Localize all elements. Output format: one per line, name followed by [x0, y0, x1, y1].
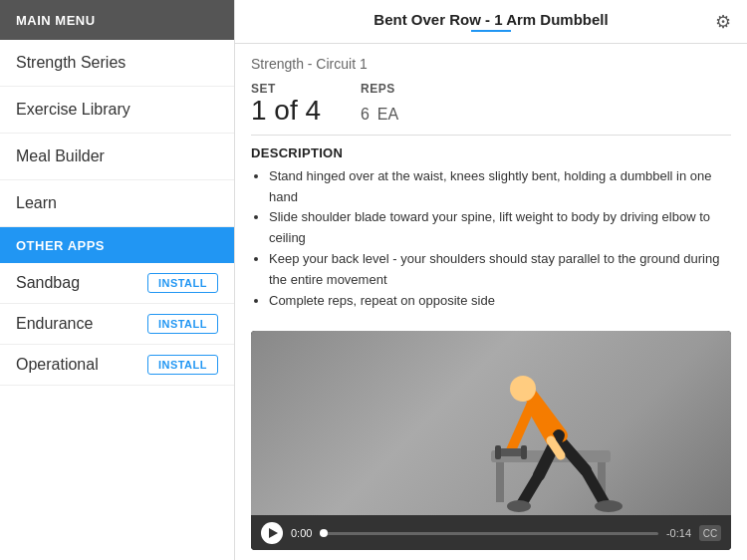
video-controls: 0:00 -0:14 CC [251, 515, 731, 550]
sidebar-item-meal-builder[interactable]: Meal Builder [0, 134, 234, 180]
main-menu-header: MAIN MENU [0, 0, 234, 40]
exercise-subtitle: Strength - Circuit 1 [251, 56, 731, 72]
install-sandbag-button[interactable]: INSTALL [147, 273, 218, 293]
sidebar-item-learn[interactable]: Learn [0, 180, 234, 227]
description-item: Stand hinged over at the waist, knees sl… [269, 166, 731, 208]
main-content: Bent Over Row - 1 Arm Dumbbell ⚙ Strengt… [235, 0, 747, 560]
sidebar-item-strength-series[interactable]: Strength Series [0, 40, 234, 87]
play-button[interactable] [261, 522, 283, 544]
reps-value: 6 EA [361, 96, 398, 127]
description-title: DESCRIPTION [251, 145, 731, 160]
exercise-title: Bent Over Row - 1 Arm Dumbbell [374, 11, 608, 32]
svg-rect-8 [499, 448, 523, 456]
main-header: Bent Over Row - 1 Arm Dumbbell ⚙ [235, 0, 747, 44]
reps-label: REPS [361, 82, 398, 96]
set-stat: SET 1 of 4 [251, 82, 321, 127]
other-apps-label: OTHER APPS [16, 238, 105, 253]
progress-indicator [320, 529, 328, 537]
video-progress-bar[interactable] [320, 532, 658, 535]
video-container: 0:00 -0:14 CC [251, 331, 731, 550]
exercise-figure [431, 331, 630, 515]
settings-icon[interactable]: ⚙ [715, 11, 731, 33]
svg-point-14 [507, 500, 531, 512]
reps-stat: REPS 6 EA [361, 82, 398, 127]
description-item: Slide shoulder blade toward your spine, … [269, 207, 731, 249]
svg-rect-10 [521, 445, 527, 459]
current-time: 0:00 [291, 527, 312, 539]
svg-point-6 [510, 376, 536, 402]
description-item: Complete reps, repeat on opposite side [269, 291, 731, 312]
stats-row: SET 1 of 4 REPS 6 EA [251, 82, 731, 136]
description-item: Keep your back level - your shoulders sh… [269, 249, 731, 291]
sidebar: MAIN MENU Strength Series Exercise Libra… [0, 0, 235, 560]
caption-button[interactable]: CC [699, 525, 721, 541]
content-area: Strength - Circuit 1 SET 1 of 4 REPS 6 E… [235, 44, 747, 331]
svg-line-7 [511, 406, 531, 450]
play-triangle-icon [269, 528, 278, 538]
set-label: SET [251, 82, 321, 96]
video-duration: -0:14 [666, 527, 691, 539]
sidebar-item-sandbag[interactable]: Sandbag INSTALL [0, 263, 234, 304]
install-operational-button[interactable]: INSTALL [147, 355, 218, 375]
video-thumbnail [251, 331, 731, 515]
install-endurance-button[interactable]: INSTALL [147, 314, 218, 334]
other-apps-header: OTHER APPS [0, 227, 234, 263]
main-menu-label: MAIN MENU [16, 13, 96, 28]
caption-icon: CC [703, 528, 717, 539]
svg-rect-1 [496, 462, 504, 502]
svg-rect-9 [495, 445, 501, 459]
sidebar-item-exercise-library[interactable]: Exercise Library [0, 87, 234, 134]
sidebar-item-endurance[interactable]: Endurance INSTALL [0, 304, 234, 345]
sidebar-item-operational[interactable]: Operational INSTALL [0, 345, 234, 386]
description-list: Stand hinged over at the waist, knees sl… [251, 166, 731, 312]
set-value: 1 of 4 [251, 96, 321, 127]
svg-point-13 [595, 500, 622, 512]
